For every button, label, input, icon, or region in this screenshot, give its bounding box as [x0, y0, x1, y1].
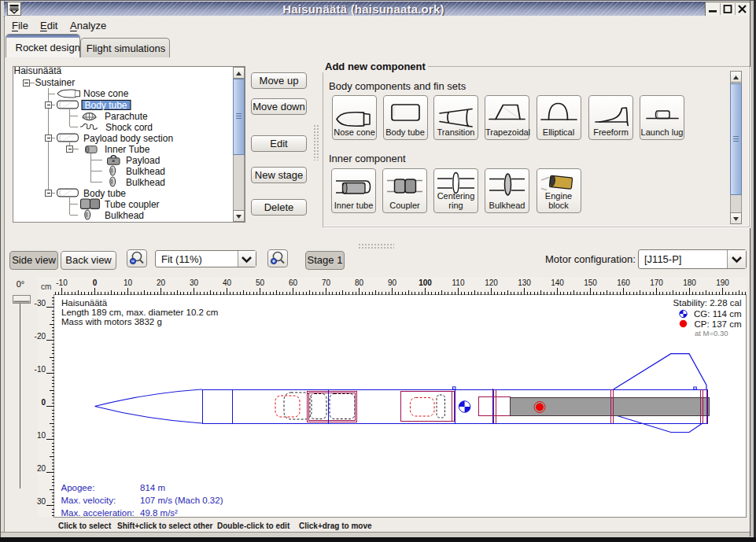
svg-text:814 m: 814 m	[140, 483, 165, 492]
svg-text:30: 30	[37, 497, 46, 506]
svg-text:Max. velocity:: Max. velocity:	[61, 496, 116, 505]
svg-text:CG: 114 cm: CG: 114 cm	[694, 309, 742, 319]
svg-text:CP: 137 cm: CP: 137 cm	[694, 319, 741, 329]
svg-text:10: 10	[37, 431, 46, 440]
svg-text:Tube coupler: Tube coupler	[105, 199, 160, 210]
svg-text:Bulkhead: Bulkhead	[126, 177, 165, 188]
svg-text:-20: -20	[35, 332, 46, 341]
svg-text:0: 0	[93, 278, 98, 287]
svg-text:Inner Tube: Inner Tube	[105, 144, 150, 155]
svg-text:170: 170	[650, 278, 663, 287]
svg-text:150: 150	[584, 278, 597, 287]
svg-text:Body tube: Body tube	[83, 188, 126, 199]
svg-text:20: 20	[37, 464, 46, 473]
svg-text:60: 60	[289, 278, 298, 287]
svg-text:70: 70	[322, 278, 331, 287]
svg-text:0°: 0°	[17, 279, 25, 289]
svg-text:20: 20	[157, 278, 166, 287]
svg-text:at M=0.30: at M=0.30	[695, 329, 728, 337]
svg-text:Mass with motors 3832 g: Mass with motors 3832 g	[61, 317, 162, 326]
svg-text:-10: -10	[35, 365, 46, 374]
svg-text:30: 30	[190, 278, 199, 287]
svg-text:10: 10	[124, 278, 133, 287]
svg-text:100: 100	[419, 278, 432, 287]
svg-text:Max. acceleration:: Max. acceleration:	[61, 508, 135, 518]
svg-text:107 m/s (Mach 0.32): 107 m/s (Mach 0.32)	[140, 496, 223, 505]
svg-text:80: 80	[355, 278, 364, 287]
svg-text:120: 120	[485, 278, 498, 287]
svg-text:Bulkhead: Bulkhead	[126, 166, 165, 177]
svg-text:50: 50	[256, 278, 265, 287]
svg-text:-30: -30	[35, 299, 46, 308]
svg-text:Apogee:: Apogee:	[61, 483, 95, 492]
svg-text:-10: -10	[56, 278, 68, 287]
svg-text:Bulkhead: Bulkhead	[105, 210, 144, 221]
svg-text:Stability: 2.28 cal: Stability: 2.28 cal	[673, 298, 742, 308]
svg-text:Body tube: Body tube	[85, 100, 127, 111]
svg-text:180: 180	[683, 278, 696, 287]
svg-text:110: 110	[452, 278, 465, 287]
svg-text:Payload body section: Payload body section	[83, 133, 173, 144]
svg-text:Sustainer: Sustainer	[35, 77, 76, 88]
svg-text:Payload: Payload	[126, 155, 160, 166]
svg-text:190: 190	[716, 278, 729, 287]
svg-text:90: 90	[388, 278, 397, 287]
svg-text:Shock cord: Shock cord	[105, 122, 153, 133]
svg-text:cm: cm	[41, 282, 51, 291]
svg-text:Nose cone: Nose cone	[83, 88, 129, 99]
svg-text:Haisunäätä: Haisunäätä	[14, 66, 62, 76]
svg-text:49.8 m/s²: 49.8 m/s²	[140, 508, 178, 518]
svg-text:140: 140	[551, 278, 564, 287]
svg-text:160: 160	[617, 278, 630, 287]
svg-text:0: 0	[41, 398, 46, 407]
svg-text:Haisunäätä: Haisunäätä	[61, 298, 108, 308]
svg-text:Length 189 cm, max. diameter 1: Length 189 cm, max. diameter 10.2 cm	[61, 308, 218, 317]
svg-text:130: 130	[518, 278, 531, 287]
svg-text:Parachute: Parachute	[105, 111, 148, 122]
svg-text:40: 40	[223, 278, 232, 287]
